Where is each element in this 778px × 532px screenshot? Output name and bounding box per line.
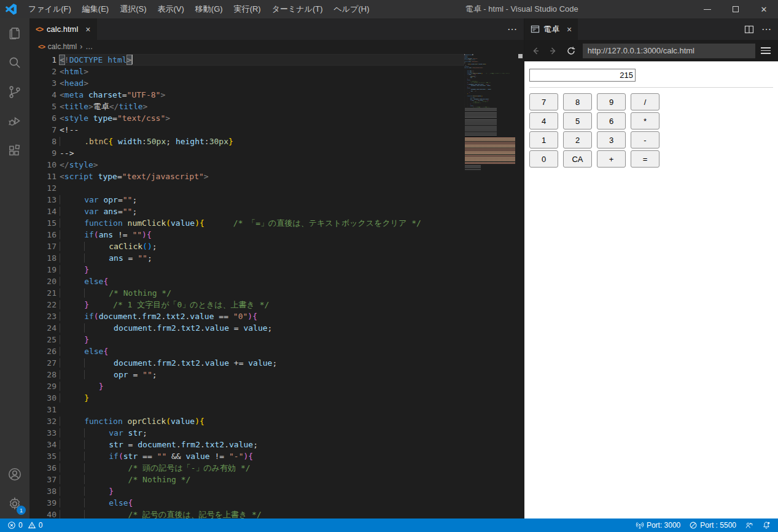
simple-browser-group: 電卓 × ⋯ — [524, 18, 778, 519]
problems-indicator[interactable]: 0 0 — [6, 521, 44, 530]
html-file-icon: <> — [38, 43, 45, 50]
code-line: } — [60, 264, 464, 276]
code-line: else{ — [464, 88, 471, 89]
menu-item[interactable]: 編集(E) — [77, 0, 114, 18]
code-line: else{ — [464, 105, 471, 106]
minimap[interactable]: <!DOCTYPE html><html><head><meta charset… — [464, 54, 517, 519]
error-icon — [7, 521, 16, 530]
calc-button-7[interactable]: 7 — [529, 93, 558, 110]
editor-tab-bar: <> calc.html × ⋯ — [29, 18, 524, 40]
browser-menu-icon[interactable] — [761, 47, 773, 54]
menu-item[interactable]: ヘルプ(H) — [329, 0, 375, 18]
code-line: opr = ""; — [60, 369, 464, 380]
code-line: <html> — [60, 66, 464, 77]
menu-item[interactable]: 実行(R) — [228, 0, 266, 18]
code-line: if(document.frm2.txt2.value == "0"){ — [60, 310, 464, 322]
calc-button-/[interactable]: / — [631, 93, 659, 110]
code-line: <!-- — [464, 62, 471, 63]
editor-more-actions-icon[interactable]: ⋯ — [507, 23, 518, 35]
title-bar: ファイル(F)編集(E)選択(S)表示(V)移動(G)実行(R)ターミナル(T)… — [0, 0, 778, 18]
code-line: <!-- — [60, 124, 464, 136]
code-line: if(str == "" && value != "-"){ — [60, 450, 464, 462]
menu-item[interactable]: 表示(V) — [152, 0, 190, 18]
settings-gear-icon[interactable]: 1 — [0, 489, 29, 519]
breadcrumb-tail: … — [85, 42, 93, 51]
calc-button--[interactable]: - — [631, 131, 659, 148]
menu-item[interactable]: ターミナル(T) — [266, 0, 329, 18]
code-line: } — [464, 78, 471, 79]
code-line: var opr=""; — [464, 70, 471, 71]
code-content: <!DOCTYPE html><html><head><meta charset… — [56, 54, 464, 519]
code-line: document.frm2.txt2.value += value; — [60, 357, 464, 369]
split-editor-icon[interactable] — [744, 25, 754, 34]
menu-item[interactable]: ファイル(F) — [23, 0, 77, 18]
back-icon[interactable] — [529, 45, 542, 57]
code-line: <html> — [464, 55, 471, 56]
code-line: <style type="text/css"> — [60, 112, 464, 124]
status-bar: 0 0 Port: 3000Port : 5500 — [0, 519, 778, 532]
calc-button-1[interactable]: 1 — [529, 131, 558, 148]
calc-button-0[interactable]: 0 — [529, 150, 558, 168]
close-button[interactable]: ✕ — [750, 0, 778, 18]
code-line: /* 記号の直後は、記号を上書き */ — [60, 509, 464, 519]
calculator-display[interactable] — [529, 69, 636, 82]
breadcrumb-file: calc.html — [48, 42, 77, 51]
notifications-bell-icon[interactable] — [761, 521, 772, 530]
url-input[interactable] — [583, 44, 755, 58]
calc-button-8[interactable]: 8 — [563, 93, 592, 110]
explorer-icon[interactable] — [0, 18, 29, 48]
tab-close-icon[interactable]: × — [85, 25, 90, 34]
code-line — [60, 404, 464, 415]
maximize-button[interactable] — [722, 0, 750, 18]
code-line: function oprClick(value){ — [464, 96, 471, 97]
tab-dentaku[interactable]: 電卓 × — [524, 18, 578, 40]
menu-item[interactable]: 移動(G) — [190, 0, 228, 18]
source-control-icon[interactable] — [0, 77, 29, 107]
close-icon: ✕ — [761, 5, 768, 14]
menu-item[interactable]: 選択(S) — [114, 0, 152, 18]
breadcrumb[interactable]: <> calc.html › … — [29, 40, 524, 53]
code-line — [60, 182, 464, 194]
code-line: if(ans != ""){ — [464, 74, 471, 75]
port-3000-indicator[interactable]: Port: 3000 — [634, 521, 682, 530]
extensions-icon[interactable] — [0, 136, 29, 166]
reload-icon[interactable] — [565, 45, 577, 57]
calc-button-4[interactable]: 4 — [529, 112, 558, 129]
vscode-window: ファイル(F)編集(E)選択(S)表示(V)移動(G)実行(R)ターミナル(T)… — [0, 0, 778, 532]
code-line: /* Nothing */ — [60, 474, 464, 485]
code-line: } — [60, 380, 464, 392]
calc-button-ca[interactable]: CA — [563, 150, 592, 168]
calc-button-2[interactable]: 2 — [563, 131, 592, 148]
search-icon[interactable] — [0, 48, 29, 77]
calc-button-=[interactable]: = — [631, 150, 659, 168]
calc-button-+[interactable]: + — [597, 150, 626, 168]
minimize-button[interactable] — [693, 0, 722, 18]
code-line: ans = ""; — [60, 252, 464, 264]
browser-more-actions-icon[interactable]: ⋯ — [761, 23, 772, 35]
calc-button-6[interactable]: 6 — [597, 112, 626, 129]
tab-close-icon[interactable]: × — [567, 25, 572, 34]
tab-label: calc.html — [47, 25, 78, 34]
code-line: </style> — [464, 66, 471, 67]
code-line: var str; — [464, 97, 471, 98]
code-line: <meta charset="UTF-8"> — [464, 58, 471, 60]
account-icon[interactable] — [0, 460, 29, 489]
overview-ruler[interactable] — [517, 53, 524, 519]
settings-badge: 1 — [17, 506, 26, 515]
status-label: Port: 3000 — [647, 521, 680, 530]
tab-calc-html[interactable]: <> calc.html × — [29, 18, 97, 40]
run-and-debug-icon[interactable] — [0, 107, 29, 136]
forward-icon[interactable] — [547, 45, 559, 57]
calc-button-5[interactable]: 5 — [563, 112, 592, 129]
code-content: <!DOCTYPE html><html><head><meta charset… — [464, 54, 471, 107]
calc-button-*[interactable]: * — [631, 112, 659, 129]
browser-content: 789/456*123-0CA+= — [524, 61, 778, 519]
code-editor[interactable]: 1234567891011121314151617181920212223242… — [29, 53, 524, 519]
feedback-icon[interactable] — [744, 521, 755, 530]
port-5500-indicator[interactable]: Port : 5500 — [688, 521, 737, 530]
warning-count: 0 — [39, 521, 43, 530]
calc-button-3[interactable]: 3 — [597, 131, 626, 148]
calc-button-9[interactable]: 9 — [597, 93, 626, 110]
code-line: if(str == "" && value != "-"){ — [464, 99, 471, 101]
code-line — [464, 69, 471, 70]
